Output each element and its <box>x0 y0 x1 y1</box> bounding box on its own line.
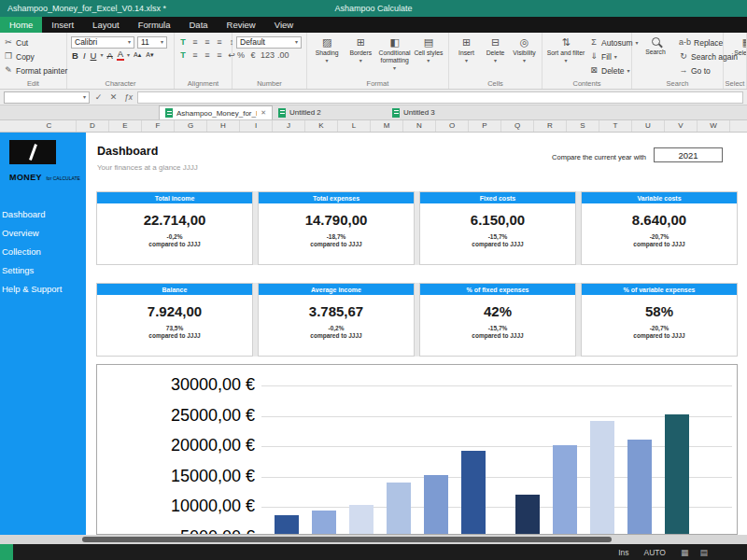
cancel-entry-icon[interactable]: ✕ <box>107 92 120 102</box>
shrink-font-button[interactable]: A▾ <box>145 51 154 59</box>
sidebar-item-collection[interactable]: Collection <box>0 242 86 260</box>
cell-styles-button[interactable]: ▤Cell styles▾ <box>413 35 444 71</box>
fill-button[interactable]: ⇓Fill▾ <box>589 49 639 63</box>
select-all-button[interactable]: ▦ Select all <box>727 35 747 57</box>
kpi-note: compared to JJJJ <box>259 332 414 339</box>
sidebar-item-overview[interactable]: Overview <box>0 223 86 242</box>
column-header-j[interactable]: J <box>273 120 305 132</box>
sidebar-item-settings[interactable]: Settings <box>0 260 86 279</box>
menu-tab-insert[interactable]: Insert <box>42 17 83 33</box>
underline-button[interactable]: U <box>90 50 98 61</box>
column-header-w[interactable]: W <box>698 120 730 132</box>
column-header-g[interactable]: G <box>175 120 207 132</box>
group-label-search: Search <box>632 79 723 88</box>
font-size-value: 11 <box>141 37 149 47</box>
edit-item-cut[interactable]: ✂Cut <box>4 35 63 49</box>
insert-cells-button[interactable]: ⊞Insert▾ <box>453 35 480 63</box>
y-axis-label: 15000,00 € <box>97 467 255 486</box>
column-header-e[interactable]: E <box>109 120 142 132</box>
chevron-down-icon: ▾ <box>100 52 103 58</box>
search-button[interactable]: Search <box>636 35 675 77</box>
column-header-n[interactable]: N <box>403 120 436 132</box>
grid-view-icon[interactable]: ▦ <box>681 548 689 557</box>
close-icon[interactable]: ✕ <box>261 109 266 117</box>
sidebar-item-help-support[interactable]: Help & Support <box>0 279 86 298</box>
column-header-c[interactable]: C <box>22 120 77 132</box>
button-label: Shading <box>316 49 339 57</box>
column-header-f[interactable]: F <box>142 120 175 132</box>
edit-item-copy[interactable]: ❐Copy <box>4 49 63 63</box>
column-header-p[interactable]: P <box>469 120 501 132</box>
page-view-icon[interactable]: ▤ <box>699 548 708 557</box>
column-header-t[interactable]: T <box>599 120 632 132</box>
copy-icon: ❐ <box>4 52 13 61</box>
visibility-cells-button[interactable]: ◎Visibility▾ <box>511 35 538 63</box>
column-header-s[interactable]: S <box>567 120 599 132</box>
menu-tab-data[interactable]: Data <box>179 17 217 33</box>
align-middle-icon[interactable]: ≡ <box>203 38 212 47</box>
borders-button[interactable]: ⊞Borders▾ <box>345 35 376 71</box>
thousands-separator-icon[interactable]: 123 <box>261 51 275 60</box>
edit-item-format-painter[interactable]: ✎Format painter <box>4 63 63 77</box>
menu-tab-formula[interactable]: Formula <box>129 17 180 33</box>
chart-bar-10 <box>627 440 652 535</box>
button-label: Conditional formatting <box>379 49 411 64</box>
strikethrough-button[interactable]: A <box>106 50 113 61</box>
ribbon-group-edit: ✂Cut❐Copy✎Format painter Edit <box>0 33 67 89</box>
align-bottom-icon[interactable]: ≡ <box>215 38 224 47</box>
text-direction-icon[interactable]: T <box>178 38 188 47</box>
horizontal-scrollbar[interactable] <box>0 535 747 544</box>
column-header-u[interactable]: U <box>632 120 665 132</box>
y-axis-label: 10000,00 € <box>97 497 255 516</box>
align-right-icon[interactable]: ≡ <box>215 51 224 60</box>
insert-function-icon[interactable]: ƒx <box>122 92 134 102</box>
menu-tab-home[interactable]: Home <box>0 17 42 33</box>
conditional-formatting-button[interactable]: ◧Conditional formatting▾ <box>379 35 411 71</box>
currency-format-icon[interactable]: € <box>248 51 258 60</box>
font-size-select[interactable]: 11 ▾ <box>137 36 167 49</box>
delete-cells-button[interactable]: ⊟Delete▾ <box>482 35 509 63</box>
column-header-l[interactable]: L <box>338 120 371 132</box>
align-center-icon[interactable]: ≡ <box>203 51 212 60</box>
autosum-button[interactable]: ΣAutosum▾ <box>589 35 639 49</box>
menu-tab-layout[interactable]: Layout <box>83 17 129 33</box>
chevron-down-icon: ▾ <box>359 58 362 63</box>
menu-tab-view[interactable]: View <box>265 17 303 33</box>
document-icon <box>278 108 286 118</box>
shading-button[interactable]: ▨Shading▾ <box>311 35 343 71</box>
column-header-o[interactable]: O <box>436 120 469 132</box>
number-format-select[interactable]: Default ▾ <box>236 36 302 49</box>
grow-font-button[interactable]: A▴ <box>133 51 142 59</box>
italic-button[interactable]: I <box>82 50 87 61</box>
scrollbar-thumb[interactable] <box>82 537 612 542</box>
column-header-m[interactable]: M <box>371 120 403 132</box>
confirm-entry-icon[interactable]: ✓ <box>92 92 105 102</box>
sort-filter-button[interactable]: ⇅ Sort and filter ▾ <box>546 35 585 77</box>
calc-mode-indicator[interactable]: AUTO <box>644 548 666 557</box>
sidebar-item-dashboard[interactable]: Dashboard <box>0 204 86 223</box>
formula-input[interactable] <box>137 91 743 104</box>
column-header-r[interactable]: R <box>534 120 567 132</box>
font-name-select[interactable]: Calibri ▾ <box>71 36 134 49</box>
column-header-v[interactable]: V <box>665 120 698 132</box>
menu-tab-review[interactable]: Review <box>218 17 265 33</box>
percent-format-icon[interactable]: % <box>236 51 246 60</box>
column-header-i[interactable]: I <box>240 120 273 132</box>
compare-year-input[interactable]: 2021 <box>654 147 723 162</box>
column-header-d[interactable]: D <box>77 120 109 132</box>
column-header-h[interactable]: H <box>207 120 240 132</box>
indent-icon[interactable]: T <box>178 51 188 60</box>
decimal-places-icon[interactable]: .00 <box>277 51 289 60</box>
bold-button[interactable]: B <box>71 50 79 61</box>
column-header-k[interactable]: K <box>305 120 338 132</box>
sheet-tab-3[interactable]: Untitled 3 <box>387 105 500 119</box>
delete-button[interactable]: ⊠Delete▾ <box>589 63 639 77</box>
align-left-icon[interactable]: ≡ <box>190 51 200 60</box>
font-color-button[interactable]: A <box>117 49 124 61</box>
name-box[interactable]: ▾ <box>4 91 90 104</box>
chevron-down-icon: ▾ <box>128 39 131 45</box>
sheet-tab-2[interactable]: Untitled 2 <box>273 105 387 119</box>
sheet-tab-1[interactable]: Ashampoo_Money_for_E...✕ <box>159 105 273 119</box>
align-top-icon[interactable]: ≡ <box>190 38 200 47</box>
column-header-q[interactable]: Q <box>501 120 534 132</box>
